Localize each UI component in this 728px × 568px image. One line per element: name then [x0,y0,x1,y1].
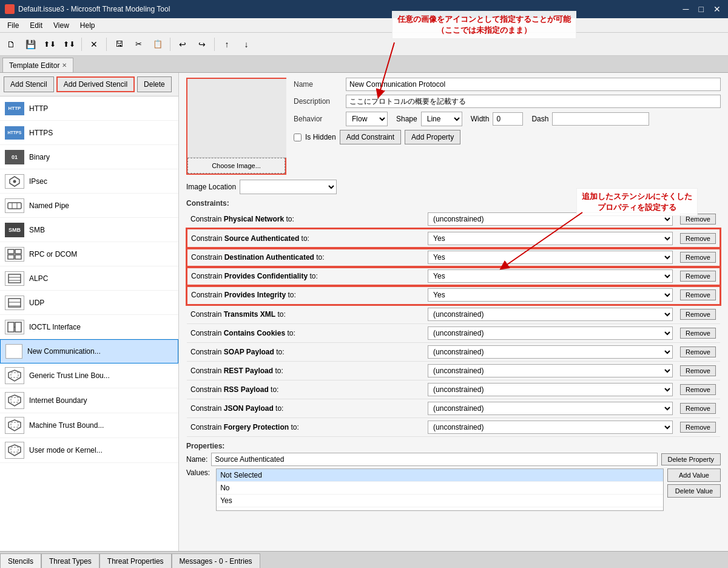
stencil-item-internet-boundary[interactable]: Internet Boundary [0,388,178,413]
remove-btn-5[interactable]: Remove [680,309,716,320]
description-row: Description [294,95,721,108]
menu-view[interactable]: View [49,20,74,31]
remove-btn-11[interactable]: Remove [680,422,716,433]
toolbar-new[interactable]: 🗋 [2,36,19,53]
constraint-select-1[interactable]: Yes [428,232,673,245]
toolbar-redo[interactable]: ↪ [194,36,211,53]
description-input[interactable] [346,95,721,108]
svg-rect-4 [8,249,14,254]
close-btn[interactable]: ✕ [711,4,723,14]
remove-btn-7[interactable]: Remove [680,347,716,357]
stencil-item-smb[interactable]: SMB SMB [0,218,178,242]
values-label: Values: [186,468,210,477]
remove-btn-2[interactable]: Remove [680,252,716,263]
toolbar-down[interactable]: ↓ [238,36,255,53]
toolbar-demote[interactable]: ⬆⬇ [41,36,58,53]
is-hidden-checkbox[interactable] [294,134,302,141]
bottom-tab-threat-types[interactable]: Threat Types [41,553,99,568]
stencil-item-udp[interactable]: UDP [0,291,178,315]
remove-btn-1[interactable]: Remove [680,233,716,244]
menu-edit[interactable]: Edit [25,20,47,31]
constraint-select-0[interactable]: (unconstrained) [428,212,673,226]
values-list-item-2[interactable]: Yes [217,495,663,507]
stencil-item-ipsec[interactable]: IPsec [0,169,178,194]
stencil-item-binary[interactable]: 01 Binary [0,145,178,169]
add-property-button[interactable]: Add Property [405,130,460,144]
stencil-item-user-mode[interactable]: User mode or Kernel... [0,438,178,463]
stencil-item-generic-trust[interactable]: Generic Trust Line Bou... [0,363,178,388]
constraint-select-9[interactable]: (unconstrained) [428,383,673,396]
shape-select[interactable]: Line Box Ellipse [421,112,462,126]
remove-btn-3[interactable]: Remove [680,271,716,282]
toolbar-undo[interactable]: ↩ [174,36,191,53]
constraint-row-5: Constrain Transmits XML to:(unconstraine… [187,305,720,324]
image-location-select[interactable] [240,180,337,194]
stencil-item-new-comm[interactable]: New Communication... [0,339,178,363]
toolbar-sep3 [170,38,170,51]
delete-value-button[interactable]: Delete Value [667,484,721,498]
properties-section: Properties: Name: Delete Property Values… [186,442,721,511]
constraint-select-6[interactable]: (unconstrained) [428,326,673,340]
minimize-btn[interactable]: ─ [681,4,692,14]
stencil-icon-https: HTTPS [5,126,24,140]
delete-property-button[interactable]: Delete Property [661,453,721,465]
menu-file[interactable]: File [2,20,24,31]
toolbar-indent[interactable]: ⬆⬇ [61,36,78,53]
tab-close-icon[interactable]: ✕ [62,62,67,69]
stencil-label-alpc: ALPC [29,274,48,283]
constraint-select-8[interactable]: (unconstrained) [428,364,673,377]
bottom-tab-stencils[interactable]: Stencils [0,553,41,568]
stencil-item-alpc[interactable]: ALPC [0,266,178,291]
constraint-select-7[interactable]: (unconstrained) [428,345,673,359]
stencil-icon-named-pipe [5,198,24,213]
stencil-label-https: HTTPS [29,129,53,137]
add-constraint-button[interactable]: Add Constraint [340,130,401,144]
constraint-select-3[interactable]: Yes [428,269,673,283]
remove-btn-4[interactable]: Remove [680,289,716,300]
dash-input[interactable] [552,112,649,126]
behavior-select[interactable]: Flow Input Output [346,112,388,126]
stencil-label-ioctl: IOCTL Interface [29,323,81,331]
remove-btn-8[interactable]: Remove [680,365,716,376]
constraint-select-2[interactable]: Yes [428,251,673,264]
name-input[interactable] [346,78,721,91]
add-value-button[interactable]: Add Value [667,468,721,482]
stencil-item-named-pipe[interactable]: Named Pipe [0,194,178,218]
remove-btn-9[interactable]: Remove [680,384,716,395]
add-stencil-button[interactable]: Add Stencil [4,76,54,92]
constraint-select-11[interactable]: (unconstrained) [428,421,673,434]
values-area: Values: Not SelectedNoYes Add Value Dele… [186,468,721,511]
stencil-item-rpc[interactable]: RPC or DCOM [0,242,178,266]
constraint-select-10[interactable]: (unconstrained) [428,402,673,415]
remove-btn-10[interactable]: Remove [680,403,716,414]
delete-button[interactable]: Delete [137,76,172,92]
constraint-row-7: Constrain SOAP Payload to:(unconstrained… [187,343,720,362]
stencil-item-http[interactable]: HTTP HTTP [0,96,178,121]
constraint-select-5[interactable]: (unconstrained) [428,308,673,321]
toolbar-up[interactable]: ↑ [218,36,235,53]
maximize-btn[interactable]: □ [696,4,706,14]
stencil-label-generic-trust: Generic Trust Line Bou... [29,371,110,380]
add-derived-stencil-button[interactable]: Add Derived Stencil [56,76,135,92]
constraint-select-4[interactable]: Yes [428,288,673,302]
stencil-item-machine-trust[interactable]: Machine Trust Bound... [0,413,178,438]
stencil-item-ioctl[interactable]: IOCTL Interface [0,315,178,339]
property-name-input[interactable] [211,453,657,466]
remove-btn-0[interactable]: Remove [680,214,716,225]
bottom-tab-messages[interactable]: Messages - 0 - Entries [172,553,260,568]
stencil-item-https[interactable]: HTTPS HTTPS [0,121,178,145]
width-input[interactable] [493,112,523,126]
constraint-label-7: Constrain SOAP Payload to: [190,348,285,356]
remove-btn-6[interactable]: Remove [680,328,716,339]
bottom-tab-threat-properties[interactable]: Threat Properties [99,553,172,568]
toolbar-cut[interactable]: ✂ [130,36,147,53]
values-list-item-1[interactable]: No [217,482,663,495]
tab-template-editor[interactable]: Template Editor ✕ [2,58,73,72]
toolbar-delete[interactable]: ✕ [86,36,103,53]
toolbar-copy-format[interactable]: 🖫 [110,36,127,53]
menu-help[interactable]: Help [75,20,100,31]
toolbar-save[interactable]: 💾 [22,36,39,53]
toolbar-paste[interactable]: 📋 [149,36,166,53]
values-list-item-0[interactable]: Not Selected [217,469,663,482]
choose-image-button[interactable]: Choose Image... [187,158,285,174]
